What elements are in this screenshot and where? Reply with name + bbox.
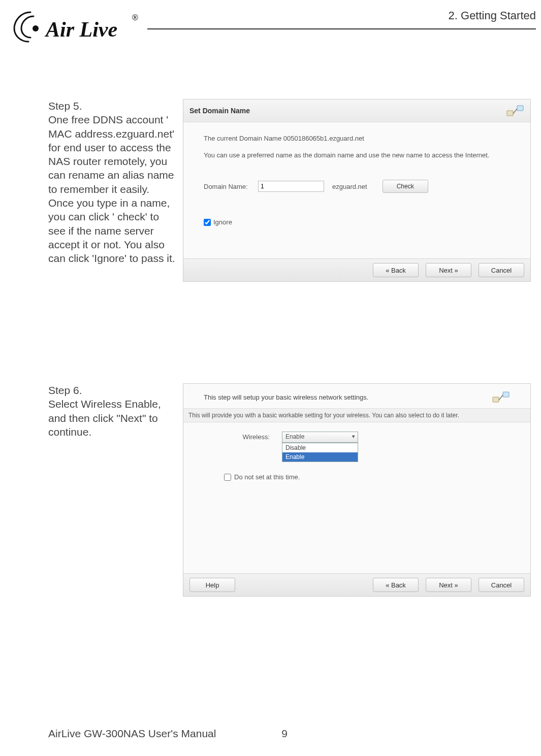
skip-checkbox[interactable] xyxy=(224,474,231,481)
step5-body: One free DDNS account ' MAC address.ezgu… xyxy=(48,113,178,265)
wireless-option-enable[interactable]: Enable xyxy=(282,452,358,462)
panel2-head-text: This step will setup your basic wireless… xyxy=(204,393,368,401)
document-footer: AirLive GW-300NAS User's Manual 9 xyxy=(48,728,521,740)
set-domain-panel: Set Domain Name The current Domain Name … xyxy=(183,99,531,282)
panel2-head: This step will setup your basic wireless… xyxy=(183,384,530,408)
ignore-checkbox-row[interactable]: Ignore xyxy=(204,218,510,226)
chapter-title: 2. Getting Started xyxy=(449,9,536,22)
ignore-checkbox[interactable] xyxy=(204,219,211,226)
domain-name-input[interactable] xyxy=(258,181,324,192)
ignore-label: Ignore xyxy=(213,218,232,226)
svg-rect-2 xyxy=(507,111,513,116)
skip-checkbox-row[interactable]: Do not set at this time. xyxy=(224,473,510,481)
step5-text: Step 5. One free DDNS account ' MAC addr… xyxy=(48,99,178,266)
step5-title: Step 5. xyxy=(48,99,178,113)
panel1-title: Set Domain Name xyxy=(189,107,250,115)
domain-suffix: ezguard.net xyxy=(332,183,367,190)
cancel-button[interactable]: Cancel xyxy=(479,578,524,592)
wireless-select[interactable]: Enable xyxy=(282,432,358,443)
cancel-button[interactable]: Cancel xyxy=(479,263,524,277)
svg-text:®: ® xyxy=(132,13,138,22)
back-button[interactable]: « Back xyxy=(373,263,419,277)
wireless-label: Wireless: xyxy=(204,432,270,441)
network-icon xyxy=(506,104,524,118)
help-button[interactable]: Help xyxy=(189,578,235,592)
wireless-panel: This step will setup your basic wireless… xyxy=(183,383,531,597)
current-domain-text: The current Domain Name 0050186065b1.ezg… xyxy=(204,135,510,142)
step6-text: Step 6. Select Wireless Enable, and then… xyxy=(48,383,178,439)
skip-label: Do not set at this time. xyxy=(234,473,300,481)
prefer-text: You can use a preferred name as the doma… xyxy=(204,151,510,159)
header-rule xyxy=(147,28,536,29)
wireless-dropdown: Disable Enable xyxy=(282,443,358,462)
next-button[interactable]: Next » xyxy=(426,263,471,277)
svg-rect-5 xyxy=(503,392,509,397)
step-5: Step 5. One free DDNS account ' MAC addr… xyxy=(48,99,531,282)
page-number: 9 xyxy=(281,728,288,740)
panel2-subhead: This will provide you with a basic worka… xyxy=(183,408,530,422)
network-icon xyxy=(492,390,510,404)
step6-body: Select Wireless Enable, and then click "… xyxy=(48,397,178,439)
svg-rect-3 xyxy=(517,106,523,111)
panel1-footer: « Back Next » Cancel xyxy=(183,258,530,281)
check-button[interactable]: Check xyxy=(383,180,428,193)
back-button[interactable]: « Back xyxy=(373,578,419,592)
manual-title: AirLive GW-300NAS User's Manual xyxy=(48,728,216,740)
panel1-header: Set Domain Name xyxy=(183,100,530,122)
step6-title: Step 6. xyxy=(48,383,178,397)
logo-text: Air Live xyxy=(44,18,117,41)
next-button[interactable]: Next » xyxy=(426,578,471,592)
panel2-footer: Help « Back Next » Cancel xyxy=(183,573,530,596)
brand-logo: Air Live ® xyxy=(10,6,142,47)
step-6: Step 6. Select Wireless Enable, and then… xyxy=(48,383,531,597)
svg-rect-4 xyxy=(493,397,499,402)
svg-point-0 xyxy=(33,25,39,31)
wireless-option-disable[interactable]: Disable xyxy=(282,443,358,452)
domain-name-label: Domain Name: xyxy=(204,183,252,190)
